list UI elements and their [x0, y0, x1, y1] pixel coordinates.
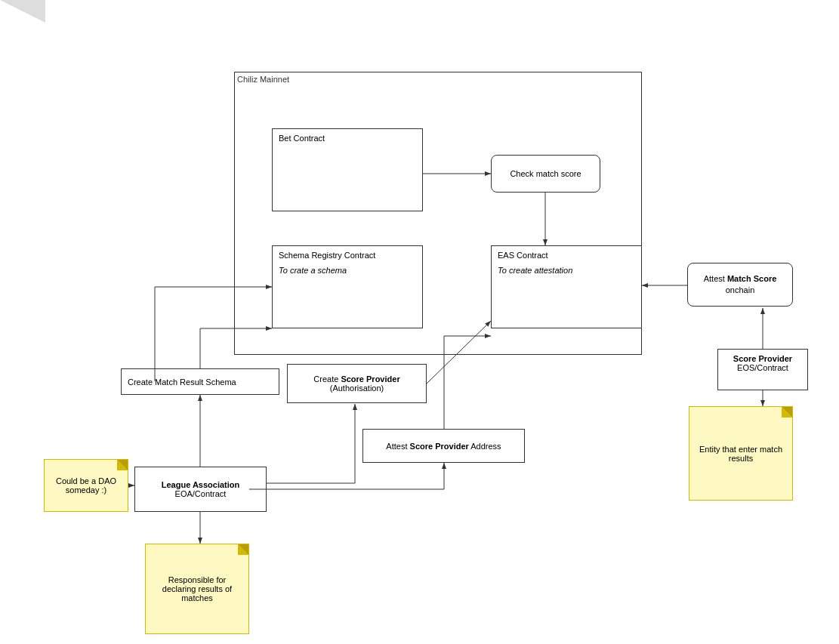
score-provider-box: Score Provider EOS/Contract [717, 349, 808, 390]
note-corner-dao [117, 460, 128, 470]
check-match-score-label: Check match score [510, 169, 581, 178]
attest-match-score-box: Attest Match Scoreonchain [687, 263, 793, 307]
entity-enter-text: Entity that enter match results [696, 445, 786, 463]
note-corner-responsible [238, 544, 248, 555]
responsible-text: Responsible for declaring results of mat… [152, 575, 242, 602]
schema-registry-box: Schema Registry Contract To crate a sche… [272, 245, 423, 328]
could-be-dao-text: Could be a DAO someday :) [51, 476, 122, 495]
score-provider-label: Score Provider [724, 354, 801, 363]
corner-fold [0, 0, 45, 23]
score-provider-sub: EOS/Contract [724, 363, 801, 372]
create-score-provider-label: Create Score Provider(Authorisation) [313, 374, 399, 393]
attest-score-provider-label: Attest Score Provider Address [386, 442, 501, 451]
create-score-provider-box: Create Score Provider(Authorisation) [287, 364, 427, 403]
check-match-score-box: Check match score [491, 155, 600, 193]
eas-contract-sub: To create attestation [498, 266, 635, 275]
create-match-result-schema-box: Create Match Result Schema [121, 368, 279, 395]
mainnet-label: Chiliz Mainnet [237, 75, 289, 84]
schema-registry-sub: To crate a schema [279, 266, 416, 275]
responsible-note: Responsible for declaring results of mat… [145, 544, 249, 634]
eas-contract-label: EAS Contract [498, 251, 635, 260]
eas-contract-box: EAS Contract To create attestation [491, 245, 642, 328]
schema-registry-label: Schema Registry Contract [279, 251, 416, 260]
bet-contract-box: Bet Contract [272, 128, 423, 211]
note-corner-entity [782, 407, 792, 418]
attest-match-score-label: Attest Match Scoreonchain [704, 273, 777, 297]
league-association-sub: EOA/Contract [175, 489, 227, 498]
diagram: Chiliz Mainnet Bet Contract Check match … [23, 23, 816, 634]
attest-score-provider-box: Attest Score Provider Address [362, 429, 525, 463]
create-match-result-schema-label: Create Match Result Schema [128, 377, 236, 387]
entity-enter-note: Entity that enter match results [689, 406, 793, 501]
bet-contract-label: Bet Contract [279, 134, 325, 143]
league-association-label: League Association [162, 480, 240, 489]
could-be-dao-note: Could be a DAO someday :) [44, 459, 128, 512]
league-association-box: League Association EOA/Contract [134, 467, 267, 512]
